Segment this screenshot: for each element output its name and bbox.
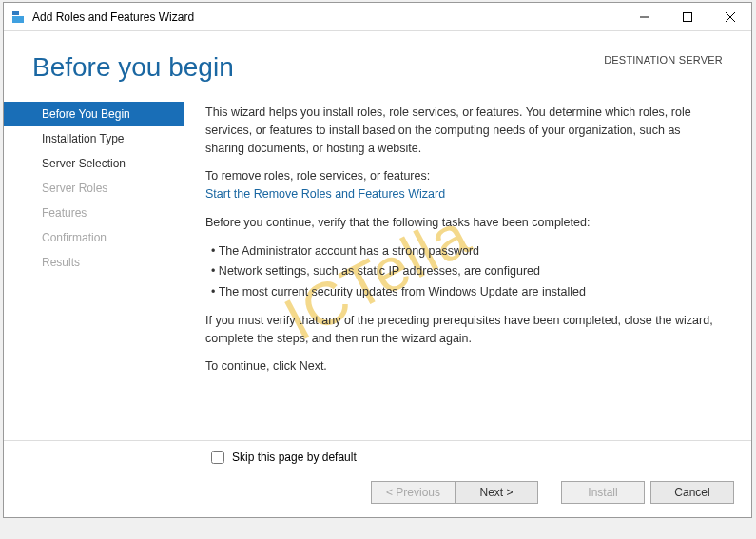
verify-intro: Before you continue, verify that the fol… — [205, 214, 723, 232]
remove-label: To remove roles, role services, or featu… — [205, 169, 430, 183]
cancel-button[interactable]: Cancel — [650, 481, 734, 504]
destination-server-value — [604, 66, 723, 79]
window-controls — [623, 3, 751, 31]
sidebar-item-server-roles: Server Roles — [4, 176, 184, 201]
sidebar: Before You Begin Installation Type Serve… — [4, 100, 184, 440]
continue-note: To continue, click Next. — [205, 357, 723, 375]
svg-rect-3 — [683, 12, 691, 21]
close-button[interactable] — [708, 3, 751, 31]
sidebar-item-before-you-begin[interactable]: Before You Begin — [4, 102, 184, 126]
svg-rect-1 — [12, 16, 24, 23]
minimize-button[interactable] — [623, 3, 666, 31]
skip-label: Skip this page by default — [232, 451, 357, 464]
intro-text: This wizard helps you install roles, rol… — [205, 104, 723, 157]
page-title: Before you begin — [32, 52, 234, 83]
verify-note: If you must verify that any of the prece… — [205, 312, 723, 348]
prerequisite-list: The Administrator account has a strong p… — [211, 242, 723, 301]
window-title: Add Roles and Features Wizard — [32, 10, 623, 24]
destination-server-block: DESTINATION SERVER — [604, 54, 723, 79]
sidebar-item-installation-type[interactable]: Installation Type — [4, 126, 184, 151]
prerequisite-item: The Administrator account has a strong p… — [211, 242, 723, 260]
skip-row: Skip this page by default — [21, 451, 734, 464]
destination-server-label: DESTINATION SERVER — [604, 54, 723, 66]
content: This wizard helps you install roles, rol… — [184, 100, 742, 440]
skip-checkbox[interactable] — [211, 451, 224, 464]
titlebar: Add Roles and Features Wizard — [4, 3, 751, 31]
prerequisite-item: The most current security updates from W… — [211, 283, 723, 301]
remove-roles-link[interactable]: Start the Remove Roles and Features Wiza… — [205, 187, 445, 201]
button-row: < Previous Next > Install Cancel — [21, 481, 734, 504]
header: Before you begin DESTINATION SERVER — [4, 31, 751, 100]
sidebar-item-confirmation: Confirmation — [4, 225, 184, 250]
svg-rect-0 — [12, 11, 19, 15]
wizard-window: Add Roles and Features Wizard Before you… — [3, 2, 752, 518]
next-button[interactable]: Next > — [455, 481, 538, 504]
maximize-button[interactable] — [666, 3, 708, 31]
body: ICTella Before You Begin Installation Ty… — [4, 100, 751, 440]
sidebar-item-server-selection[interactable]: Server Selection — [4, 151, 184, 176]
prerequisite-item: Network settings, such as static IP addr… — [211, 262, 723, 280]
install-button: Install — [561, 481, 645, 504]
footer: Skip this page by default < Previous Nex… — [4, 440, 751, 517]
sidebar-item-results: Results — [4, 250, 184, 275]
previous-button: < Previous — [371, 481, 455, 504]
app-icon — [11, 10, 27, 25]
sidebar-item-features: Features — [4, 201, 184, 225]
